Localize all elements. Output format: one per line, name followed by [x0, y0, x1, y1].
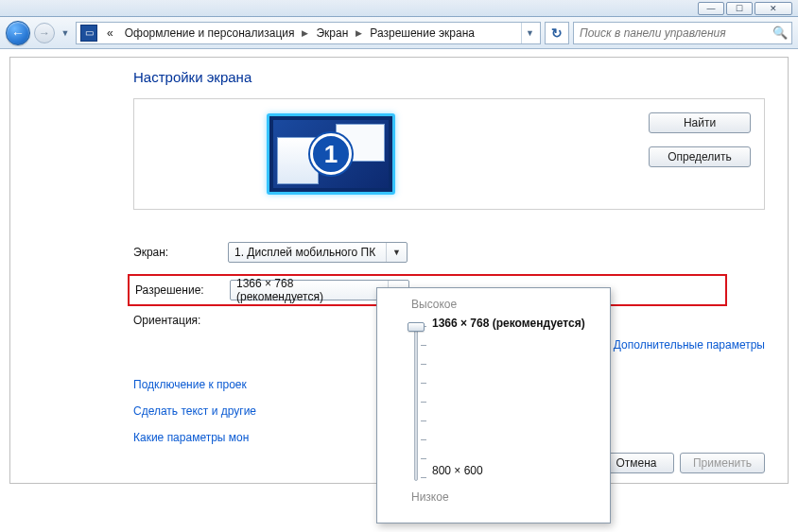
search-box[interactable]: 🔍 [573, 22, 792, 44]
breadcrumb-chevrons[interactable]: « [101, 26, 119, 40]
slider-option-recommended[interactable]: 1366 × 768 (рекомендуется) [432, 317, 597, 330]
search-input[interactable] [578, 26, 772, 41]
identify-button[interactable]: Определить [649, 146, 751, 167]
explorer-navbar: ← → ▼ ▭ « Оформление и персонализация ▶ … [0, 17, 798, 49]
minimize-button[interactable]: — [698, 2, 724, 15]
arrow-left-icon: ← [11, 26, 25, 41]
display-label: Экран: [133, 246, 228, 259]
monitor-number-badge: 1 [310, 133, 352, 175]
display-select[interactable]: 1. Дисплей мобильного ПК ▼ [228, 242, 408, 263]
slider-label-high: Высокое [411, 298, 597, 311]
chevron-down-icon: ▼ [386, 243, 401, 262]
breadcrumb-seg-display[interactable]: Экран [310, 26, 354, 40]
minimize-icon: — [707, 4, 716, 13]
history-dropdown[interactable]: ▼ [59, 23, 72, 43]
slider-thumb[interactable] [408, 322, 425, 332]
chevron-right-icon: ▶ [354, 28, 364, 38]
display-select-value: 1. Дисплей мобильного ПК [234, 246, 375, 259]
refresh-icon: ↻ [551, 26, 563, 41]
slider-label-low: Низкое [411, 490, 449, 504]
refresh-button[interactable]: ↻ [545, 22, 569, 44]
resolution-slider-popup: Высокое 1366 × 768 (рекомендуется) 800 ×… [376, 287, 611, 523]
resolution-label: Разрешение: [130, 283, 230, 297]
chevron-down-icon: ▼ [61, 28, 70, 38]
slider-option-min[interactable]: 800 × 600 [432, 464, 483, 477]
apply-button[interactable]: Применить [680, 453, 765, 473]
arrow-right-icon: → [39, 26, 50, 40]
chevron-right-icon: ▶ [300, 28, 310, 38]
breadcrumb-seg-resolution[interactable]: Разрешение экрана [364, 26, 480, 40]
search-icon[interactable]: 🔍 [772, 26, 788, 40]
close-button[interactable]: ✕ [755, 2, 792, 15]
forward-button[interactable]: → [34, 23, 55, 43]
detect-button[interactable]: Найти [649, 112, 751, 133]
window-titlebar: — ☐ ✕ [0, 0, 798, 17]
maximize-button[interactable]: ☐ [726, 2, 753, 15]
advanced-settings-link[interactable]: Дополнительные параметры [614, 338, 765, 352]
slider-track [414, 326, 418, 481]
resolution-slider[interactable] [406, 326, 426, 481]
close-icon: ✕ [770, 4, 777, 13]
control-panel-icon: ▭ [80, 25, 97, 42]
breadcrumb-seg-appearance[interactable]: Оформление и персонализация [119, 26, 301, 40]
maximize-icon: ☐ [736, 4, 743, 13]
breadcrumb[interactable]: ▭ « Оформление и персонализация ▶ Экран … [76, 22, 541, 44]
resolution-select-value: 1366 × 768 (рекомендуется) [236, 277, 378, 303]
back-button[interactable]: ← [6, 21, 30, 45]
monitor-preview-section: 1 Найти Определить [133, 98, 765, 210]
orientation-label: Ориентация: [133, 314, 228, 327]
address-dropdown[interactable]: ▼ [521, 23, 538, 43]
monitor-preview[interactable]: 1 [267, 113, 395, 195]
display-row: Экран: 1. Дисплей мобильного ПК ▼ [133, 242, 765, 263]
page-title: Настройки экрана [133, 69, 765, 85]
projector-link[interactable]: Подключение к проек [133, 378, 247, 391]
